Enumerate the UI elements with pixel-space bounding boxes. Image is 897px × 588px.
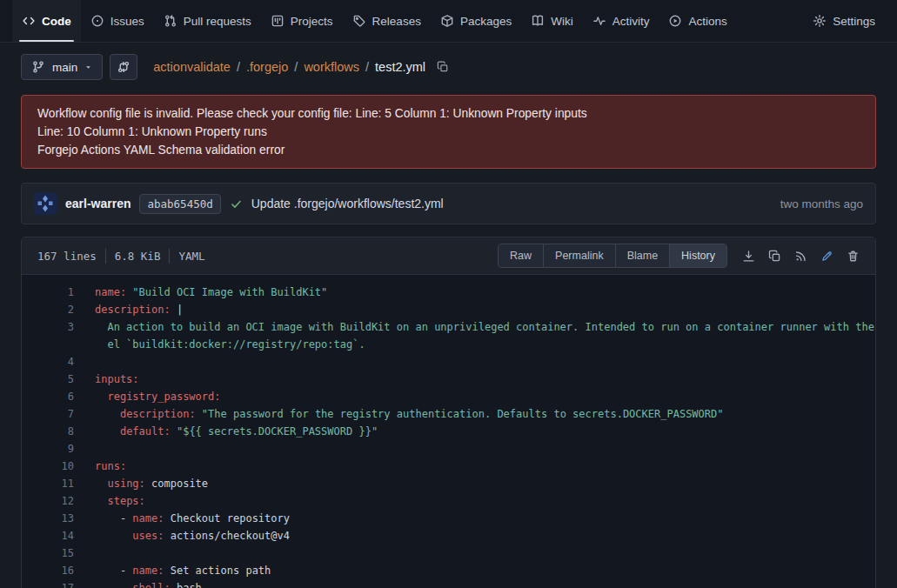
- commit-hash[interactable]: abab65450d: [139, 194, 220, 214]
- download-icon: [742, 250, 755, 263]
- line-number[interactable]: 8: [22, 423, 74, 440]
- code-line: 6 registry_password:: [22, 388, 875, 405]
- check-icon[interactable]: [230, 197, 243, 210]
- commit-author[interactable]: earl-warren: [65, 197, 131, 210]
- nav-tab-label: Wiki: [551, 15, 573, 28]
- trash-button[interactable]: [840, 244, 865, 268]
- breadcrumb-segment: test2.yml: [375, 60, 425, 74]
- nav-tab-label: Actions: [688, 15, 726, 28]
- divider: [105, 249, 106, 264]
- breadcrumb-segment[interactable]: .forgejo: [246, 60, 288, 74]
- tag-icon: [352, 14, 366, 28]
- line-number[interactable]: 3: [22, 318, 74, 336]
- download-button[interactable]: [736, 244, 760, 268]
- projects-icon: [271, 14, 284, 28]
- branch-icon: [31, 60, 45, 74]
- line-number[interactable]: 1: [22, 284, 74, 301]
- nav-tab-code[interactable]: Code: [12, 0, 81, 42]
- pencil-button[interactable]: [814, 244, 839, 268]
- code-line: 9: [22, 440, 875, 458]
- rss-icon: [794, 250, 807, 263]
- top-nav: CodeIssuesPull requestsProjectsReleasesP…: [0, 0, 897, 43]
- line-number[interactable]: 11: [22, 475, 74, 492]
- code-line: 10runs:: [22, 458, 875, 475]
- code-text: name: "Build OCI Image with BuildKit": [74, 284, 327, 301]
- line-number[interactable]: [22, 336, 74, 353]
- code-text: runs:: [74, 458, 126, 475]
- line-number[interactable]: 6: [22, 388, 74, 405]
- code-text: [74, 545, 95, 562]
- copy-path-button[interactable]: [437, 61, 449, 73]
- gear-icon: [813, 14, 827, 28]
- nav-tab-issues[interactable]: Issues: [81, 0, 154, 42]
- commit-message[interactable]: Update .forgejo/workflows/test2.yml: [251, 197, 444, 210]
- breadcrumb-segment[interactable]: workflows: [304, 60, 359, 74]
- code-text: An action to build an OCI image with Bui…: [74, 318, 876, 336]
- code-text: steps:: [74, 492, 145, 510]
- compare-button[interactable]: [110, 54, 137, 80]
- line-number[interactable]: 2: [22, 301, 74, 318]
- nav-tab-label: Packages: [460, 15, 512, 28]
- code-line: 4: [22, 353, 875, 371]
- file-meta-item: 167 lines: [37, 250, 97, 263]
- nav-tab-settings[interactable]: Settings: [803, 0, 885, 42]
- commit-time: two months ago: [780, 197, 863, 210]
- line-number[interactable]: 5: [22, 371, 74, 388]
- pulse-icon: [592, 14, 606, 28]
- breadcrumb-segment[interactable]: actionvalidate: [153, 60, 231, 74]
- breadcrumb-separator: /: [237, 60, 240, 74]
- nav-tab-label: Issues: [110, 15, 144, 28]
- line-number[interactable]: 17: [22, 579, 74, 588]
- line-number[interactable]: 4: [22, 353, 74, 371]
- line-number[interactable]: 13: [22, 510, 74, 527]
- avatar[interactable]: [34, 192, 57, 215]
- divider: [169, 249, 170, 264]
- nav-tab-label: Settings: [833, 15, 875, 28]
- code-text: description: "The password for the regis…: [74, 405, 723, 423]
- code-line: 3 An action to build an OCI image with B…: [22, 318, 875, 336]
- code-line: 5inputs:: [22, 371, 875, 388]
- nav-tab-pull-requests[interactable]: Pull requests: [154, 0, 261, 42]
- code-line: 8 default: "${{ secrets.DOCKER_PASSWORD …: [22, 423, 875, 440]
- view-buttons: RawPermalinkBlameHistory: [498, 244, 727, 268]
- line-number[interactable]: 12: [22, 492, 74, 510]
- line-number[interactable]: 10: [22, 458, 74, 475]
- view-button-raw[interactable]: Raw: [499, 244, 543, 267]
- nav-tab-projects[interactable]: Projects: [261, 0, 343, 42]
- branch-selector[interactable]: main: [21, 54, 103, 80]
- code-line: 17 shell: bash: [22, 579, 875, 588]
- copy-button[interactable]: [762, 244, 787, 268]
- code-text: registry_password:: [74, 388, 221, 405]
- view-button-blame[interactable]: Blame: [615, 244, 669, 267]
- code-text: - name: Checkout repository: [74, 510, 290, 527]
- breadcrumb: actionvalidate/.forgejo/workflows/test2.…: [153, 60, 425, 74]
- nav-tab-releases[interactable]: Releases: [343, 0, 431, 42]
- line-number[interactable]: 7: [22, 405, 74, 423]
- code-viewer: 1name: "Build OCI Image with BuildKit"2d…: [22, 275, 875, 588]
- file-meta-item: 6.8 KiB: [115, 250, 161, 263]
- nav-tab-packages[interactable]: Packages: [431, 0, 521, 42]
- code-line: 13 - name: Checkout repository: [22, 510, 875, 527]
- code-text: inputs:: [74, 371, 139, 388]
- code-text: shell: bash: [74, 579, 202, 588]
- latest-commit-bar: earl-warren abab65450d Update .forgejo/w…: [21, 183, 876, 224]
- code-line: 11 using: composite: [22, 475, 875, 492]
- chevron-down-icon: [84, 63, 92, 71]
- nav-tab-wiki[interactable]: Wiki: [521, 0, 583, 42]
- rss-button[interactable]: [788, 244, 813, 268]
- nav-tab-actions[interactable]: Actions: [659, 0, 736, 42]
- code-text: uses: actions/checkout@v4: [74, 527, 290, 545]
- line-number[interactable]: 9: [22, 440, 74, 458]
- line-number[interactable]: 14: [22, 527, 74, 545]
- nav-tab-activity[interactable]: Activity: [583, 0, 659, 42]
- line-number[interactable]: 15: [22, 545, 74, 562]
- code-line: 7 description: "The password for the reg…: [22, 405, 875, 423]
- code-text: default: "${{ secrets.DOCKER_PASSWORD }}…: [74, 423, 378, 440]
- breadcrumb-separator: /: [294, 60, 298, 74]
- line-number[interactable]: 16: [22, 562, 74, 579]
- view-button-permalink[interactable]: Permalink: [543, 244, 615, 267]
- book-icon: [531, 14, 545, 28]
- view-button-history[interactable]: History: [669, 244, 726, 267]
- package-icon: [440, 14, 454, 28]
- trash-icon: [847, 250, 860, 263]
